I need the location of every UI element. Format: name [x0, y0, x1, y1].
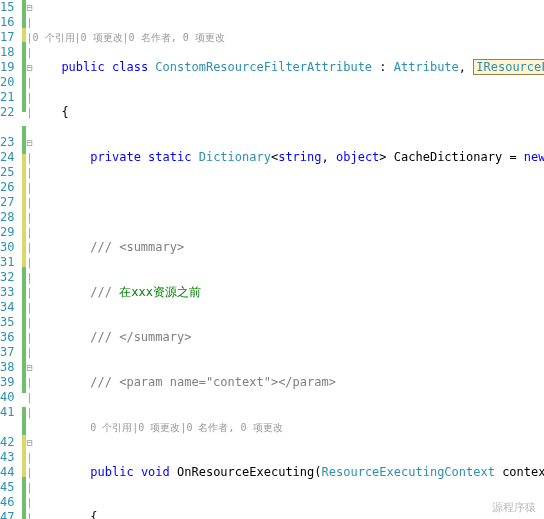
code-line: private static Dictionary<string, object… [32, 150, 544, 165]
code-line: { [32, 510, 544, 519]
line-numbers: 1516171819202122232425262728293031323334… [0, 0, 20, 519]
code-line: /// <param name="context"></param> [32, 375, 544, 390]
watermark: 源程序猿 [492, 500, 536, 515]
highlighted-interface: IResourceFilter [473, 59, 544, 75]
code-line: public class ConstomResourceFilterAttrib… [32, 60, 544, 75]
code-area[interactable]: 0 个引用|0 项更改|0 名作者, 0 项更改 public class Co… [32, 0, 544, 519]
code-editor[interactable]: 1516171819202122232425262728293031323334… [0, 0, 544, 519]
code-line: /// <summary> [32, 240, 544, 255]
codelens-line[interactable]: 0 个引用|0 项更改|0 名作者, 0 项更改 [32, 420, 544, 435]
code-line: { [32, 105, 544, 120]
code-line: /// </summary> [32, 330, 544, 345]
code-line: 0 个引用|0 项更改|0 名作者, 0 项更改 [32, 30, 544, 45]
code-line: /// 在xxx资源之前 [32, 285, 544, 300]
code-line: public void OnResourceExecuting(Resource… [32, 465, 544, 480]
